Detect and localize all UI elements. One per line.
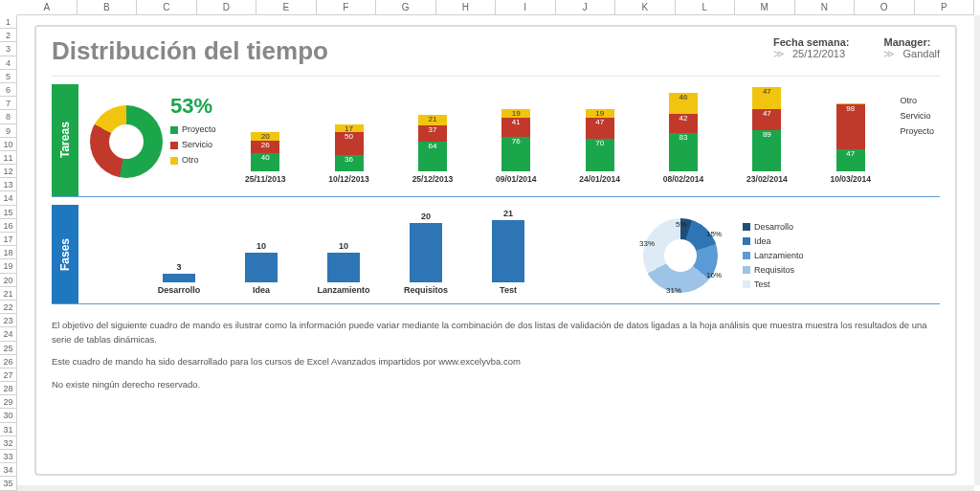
row-headers[interactable]: 1234567891011121314151617181920212223242… bbox=[0, 15, 17, 491]
horizontal-scrollbar[interactable] bbox=[17, 485, 974, 491]
legend-servicio: Servicio bbox=[170, 140, 216, 149]
legend-servicio: Servicio bbox=[900, 111, 934, 121]
note-line: Este cuadro de mando ha sido desarrollad… bbox=[52, 354, 940, 368]
tareas-panel: Tareas 53% Proyecto Servicio Otro 402620… bbox=[52, 84, 940, 197]
tareas-donut-legend: Proyecto Servicio Otro bbox=[170, 124, 216, 165]
legend-proyecto: Proyecto bbox=[170, 124, 216, 134]
date-label: Fecha semana: bbox=[773, 36, 849, 48]
tareas-stacked-bar-chart: 40262025/11/201336501710/12/201364372125… bbox=[224, 90, 893, 184]
legend-lanzamiento: Lanzamiento bbox=[743, 251, 804, 260]
tareas-bar-legend: Otro Servicio Proyecto bbox=[900, 90, 934, 192]
manager-label: Manager: bbox=[883, 36, 940, 48]
fases-panel: Fases 3Desarrollo10Idea10Lanzamiento20Re… bbox=[52, 205, 940, 304]
page-title: Distribución del tiempo bbox=[52, 36, 328, 66]
chevron-right-icon: ≫ bbox=[883, 48, 895, 59]
column-headers[interactable]: ABCDEFGHIJKLMNOP bbox=[17, 0, 974, 15]
note-line: El objetivo del siguiente cuadro de mand… bbox=[52, 318, 940, 346]
tareas-stripe-label: Tareas bbox=[52, 84, 78, 196]
legend-otro: Otro bbox=[170, 155, 216, 165]
date-value: 25/12/2013 bbox=[792, 48, 845, 59]
legend-requisitos: Requisitos bbox=[743, 265, 804, 275]
legend-desarrollo: Desarrollo bbox=[743, 222, 804, 232]
legend-otro: Otro bbox=[900, 96, 934, 105]
fases-legend: Desarrollo Idea Lanzamiento Requisitos T… bbox=[743, 211, 804, 300]
fases-stripe-label: Fases bbox=[52, 205, 78, 303]
tareas-pct: 53% bbox=[170, 94, 212, 119]
chevron-right-icon: ≫ bbox=[773, 48, 785, 59]
fases-donut-chart: 5% 15% 16% 31% 33% bbox=[643, 218, 718, 293]
tareas-donut-chart bbox=[90, 105, 163, 178]
note-line: No existe ningún derecho reservado. bbox=[52, 377, 940, 391]
manager-value: Gandalf bbox=[902, 48, 940, 59]
fases-bar-chart: 3Desarrollo10Idea10Lanzamiento20Requisit… bbox=[138, 211, 549, 295]
header-meta: Fecha semana: ≫25/12/2013 Manager: ≫Gand… bbox=[773, 36, 940, 60]
notes-block: El objetivo del siguiente cuadro de mand… bbox=[52, 318, 940, 391]
dashboard-card: Distribución del tiempo Fecha semana: ≫2… bbox=[34, 25, 957, 476]
dashboard-header: Distribución del tiempo Fecha semana: ≫2… bbox=[52, 36, 940, 77]
legend-test: Test bbox=[743, 279, 804, 289]
vertical-scrollbar[interactable] bbox=[974, 15, 980, 485]
worksheet-area[interactable]: Distribución del tiempo Fecha semana: ≫2… bbox=[17, 15, 974, 485]
legend-idea: Idea bbox=[743, 236, 804, 246]
legend-proyecto: Proyecto bbox=[900, 126, 934, 136]
